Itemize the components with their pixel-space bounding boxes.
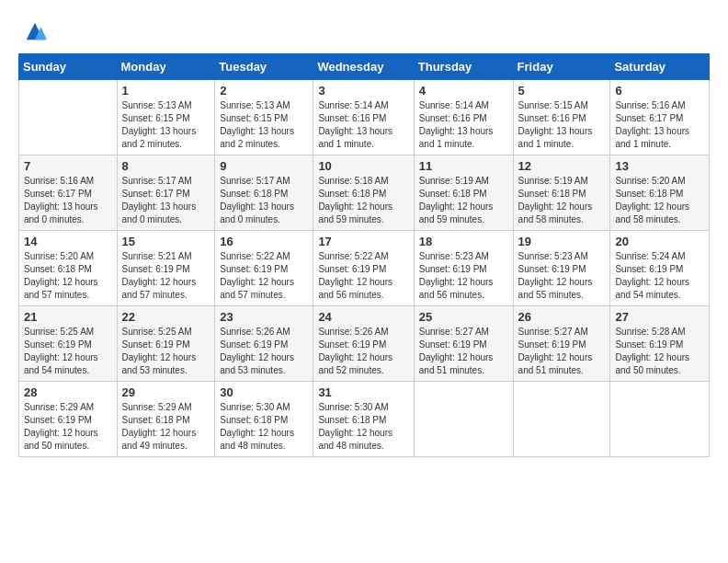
calendar-cell: 5Sunrise: 5:15 AMSunset: 6:16 PMDaylight… bbox=[513, 80, 610, 155]
day-number: 20 bbox=[615, 235, 704, 248]
calendar-cell bbox=[513, 382, 610, 457]
calendar-cell: 6Sunrise: 5:16 AMSunset: 6:17 PMDaylight… bbox=[610, 80, 710, 155]
day-info: Sunrise: 5:14 AMSunset: 6:16 PMDaylight:… bbox=[419, 99, 508, 151]
header-day-thursday: Thursday bbox=[414, 54, 513, 80]
day-number: 25 bbox=[419, 310, 508, 324]
day-info: Sunrise: 5:24 AMSunset: 6:19 PMDaylight:… bbox=[615, 250, 704, 302]
calendar-cell: 11Sunrise: 5:19 AMSunset: 6:18 PMDayligh… bbox=[414, 155, 513, 231]
day-number: 27 bbox=[615, 310, 704, 324]
day-number: 19 bbox=[518, 235, 606, 248]
calendar-cell: 20Sunrise: 5:24 AMSunset: 6:19 PMDayligh… bbox=[610, 231, 710, 306]
calendar-cell: 30Sunrise: 5:30 AMSunset: 6:18 PMDayligh… bbox=[215, 382, 313, 457]
day-number: 9 bbox=[220, 159, 308, 173]
calendar-cell: 22Sunrise: 5:25 AMSunset: 6:19 PMDayligh… bbox=[117, 306, 215, 382]
logo bbox=[18, 18, 48, 44]
calendar-cell: 29Sunrise: 5:29 AMSunset: 6:18 PMDayligh… bbox=[117, 382, 215, 457]
day-number: 1 bbox=[122, 84, 210, 98]
day-number: 28 bbox=[24, 385, 112, 399]
calendar-cell: 13Sunrise: 5:20 AMSunset: 6:18 PMDayligh… bbox=[610, 155, 710, 231]
calendar-cell bbox=[19, 80, 118, 155]
week-row-4: 28Sunrise: 5:29 AMSunset: 6:19 PMDayligh… bbox=[19, 382, 710, 457]
day-number: 11 bbox=[419, 159, 508, 173]
day-info: Sunrise: 5:13 AMSunset: 6:15 PMDaylight:… bbox=[122, 99, 210, 151]
day-info: Sunrise: 5:19 AMSunset: 6:18 PMDaylight:… bbox=[419, 175, 508, 226]
header-day-sunday: Sunday bbox=[19, 54, 118, 80]
header-day-tuesday: Tuesday bbox=[215, 54, 313, 80]
calendar-cell: 8Sunrise: 5:17 AMSunset: 6:17 PMDaylight… bbox=[117, 155, 215, 231]
calendar-cell: 1Sunrise: 5:13 AMSunset: 6:15 PMDaylight… bbox=[117, 80, 215, 155]
calendar-cell: 25Sunrise: 5:27 AMSunset: 6:19 PMDayligh… bbox=[414, 306, 513, 382]
day-number: 14 bbox=[24, 235, 112, 248]
page-container: SundayMondayTuesdayWednesdayThursdayFrid… bbox=[18, 18, 710, 457]
day-number: 3 bbox=[318, 84, 408, 98]
calendar-cell: 2Sunrise: 5:13 AMSunset: 6:15 PMDaylight… bbox=[215, 80, 313, 155]
calendar-cell: 16Sunrise: 5:22 AMSunset: 6:19 PMDayligh… bbox=[215, 231, 313, 306]
calendar-cell: 21Sunrise: 5:25 AMSunset: 6:19 PMDayligh… bbox=[19, 306, 118, 382]
day-info: Sunrise: 5:23 AMSunset: 6:19 PMDaylight:… bbox=[518, 250, 606, 302]
day-info: Sunrise: 5:22 AMSunset: 6:19 PMDaylight:… bbox=[318, 250, 408, 302]
day-number: 10 bbox=[318, 159, 408, 173]
calendar-table: SundayMondayTuesdayWednesdayThursdayFrid… bbox=[18, 53, 710, 457]
day-number: 24 bbox=[318, 310, 408, 324]
calendar-cell: 4Sunrise: 5:14 AMSunset: 6:16 PMDaylight… bbox=[414, 80, 513, 155]
week-row-3: 21Sunrise: 5:25 AMSunset: 6:19 PMDayligh… bbox=[19, 306, 710, 382]
day-number: 7 bbox=[24, 159, 112, 173]
day-number: 30 bbox=[220, 385, 308, 399]
day-info: Sunrise: 5:20 AMSunset: 6:18 PMDaylight:… bbox=[24, 250, 112, 302]
day-number: 6 bbox=[615, 84, 704, 98]
day-number: 16 bbox=[220, 235, 308, 248]
day-info: Sunrise: 5:29 AMSunset: 6:18 PMDaylight:… bbox=[122, 401, 210, 453]
day-info: Sunrise: 5:15 AMSunset: 6:16 PMDaylight:… bbox=[518, 99, 606, 151]
day-info: Sunrise: 5:29 AMSunset: 6:19 PMDaylight:… bbox=[24, 401, 112, 453]
calendar-cell: 23Sunrise: 5:26 AMSunset: 6:19 PMDayligh… bbox=[215, 306, 313, 382]
day-info: Sunrise: 5:25 AMSunset: 6:19 PMDaylight:… bbox=[24, 326, 112, 377]
day-number: 12 bbox=[518, 159, 606, 173]
calendar-cell: 24Sunrise: 5:26 AMSunset: 6:19 PMDayligh… bbox=[313, 306, 414, 382]
calendar-cell bbox=[414, 382, 513, 457]
calendar-cell: 15Sunrise: 5:21 AMSunset: 6:19 PMDayligh… bbox=[117, 231, 215, 306]
day-info: Sunrise: 5:17 AMSunset: 6:18 PMDaylight:… bbox=[220, 175, 308, 226]
day-info: Sunrise: 5:22 AMSunset: 6:19 PMDaylight:… bbox=[220, 250, 308, 302]
day-number: 29 bbox=[122, 385, 210, 399]
day-info: Sunrise: 5:17 AMSunset: 6:17 PMDaylight:… bbox=[122, 175, 210, 226]
calendar-cell: 28Sunrise: 5:29 AMSunset: 6:19 PMDayligh… bbox=[19, 382, 118, 457]
day-number: 18 bbox=[419, 235, 508, 248]
day-info: Sunrise: 5:30 AMSunset: 6:18 PMDaylight:… bbox=[220, 401, 308, 453]
day-info: Sunrise: 5:27 AMSunset: 6:19 PMDaylight:… bbox=[419, 326, 508, 377]
calendar-cell: 14Sunrise: 5:20 AMSunset: 6:18 PMDayligh… bbox=[19, 231, 118, 306]
day-info: Sunrise: 5:20 AMSunset: 6:18 PMDaylight:… bbox=[615, 175, 704, 226]
header-day-saturday: Saturday bbox=[610, 54, 710, 80]
calendar-cell: 10Sunrise: 5:18 AMSunset: 6:18 PMDayligh… bbox=[313, 155, 414, 231]
logo-icon bbox=[22, 18, 48, 44]
day-info: Sunrise: 5:26 AMSunset: 6:19 PMDaylight:… bbox=[318, 326, 408, 377]
day-number: 23 bbox=[220, 310, 308, 324]
week-row-1: 7Sunrise: 5:16 AMSunset: 6:17 PMDaylight… bbox=[19, 155, 710, 231]
week-row-0: 1Sunrise: 5:13 AMSunset: 6:15 PMDaylight… bbox=[19, 80, 710, 155]
day-info: Sunrise: 5:27 AMSunset: 6:19 PMDaylight:… bbox=[518, 326, 606, 377]
day-info: Sunrise: 5:23 AMSunset: 6:19 PMDaylight:… bbox=[419, 250, 508, 302]
day-info: Sunrise: 5:26 AMSunset: 6:19 PMDaylight:… bbox=[220, 326, 308, 377]
calendar-cell: 9Sunrise: 5:17 AMSunset: 6:18 PMDaylight… bbox=[215, 155, 313, 231]
day-number: 31 bbox=[318, 385, 408, 399]
day-info: Sunrise: 5:19 AMSunset: 6:18 PMDaylight:… bbox=[518, 175, 606, 226]
header-row: SundayMondayTuesdayWednesdayThursdayFrid… bbox=[19, 54, 710, 80]
calendar-cell: 31Sunrise: 5:30 AMSunset: 6:18 PMDayligh… bbox=[313, 382, 414, 457]
calendar-cell: 3Sunrise: 5:14 AMSunset: 6:16 PMDaylight… bbox=[313, 80, 414, 155]
day-info: Sunrise: 5:13 AMSunset: 6:15 PMDaylight:… bbox=[220, 99, 308, 151]
day-number: 17 bbox=[318, 235, 408, 248]
day-number: 8 bbox=[122, 159, 210, 173]
week-row-2: 14Sunrise: 5:20 AMSunset: 6:18 PMDayligh… bbox=[19, 231, 710, 306]
header-day-wednesday: Wednesday bbox=[313, 54, 414, 80]
day-info: Sunrise: 5:16 AMSunset: 6:17 PMDaylight:… bbox=[24, 175, 112, 226]
day-number: 5 bbox=[518, 84, 606, 98]
day-info: Sunrise: 5:16 AMSunset: 6:17 PMDaylight:… bbox=[615, 99, 704, 151]
day-number: 21 bbox=[24, 310, 112, 324]
day-info: Sunrise: 5:18 AMSunset: 6:18 PMDaylight:… bbox=[318, 175, 408, 226]
day-number: 13 bbox=[615, 159, 704, 173]
day-number: 26 bbox=[518, 310, 606, 324]
day-info: Sunrise: 5:14 AMSunset: 6:16 PMDaylight:… bbox=[318, 99, 408, 151]
day-info: Sunrise: 5:25 AMSunset: 6:19 PMDaylight:… bbox=[122, 326, 210, 377]
calendar-cell: 12Sunrise: 5:19 AMSunset: 6:18 PMDayligh… bbox=[513, 155, 610, 231]
calendar-cell: 18Sunrise: 5:23 AMSunset: 6:19 PMDayligh… bbox=[414, 231, 513, 306]
day-info: Sunrise: 5:30 AMSunset: 6:18 PMDaylight:… bbox=[318, 401, 408, 453]
